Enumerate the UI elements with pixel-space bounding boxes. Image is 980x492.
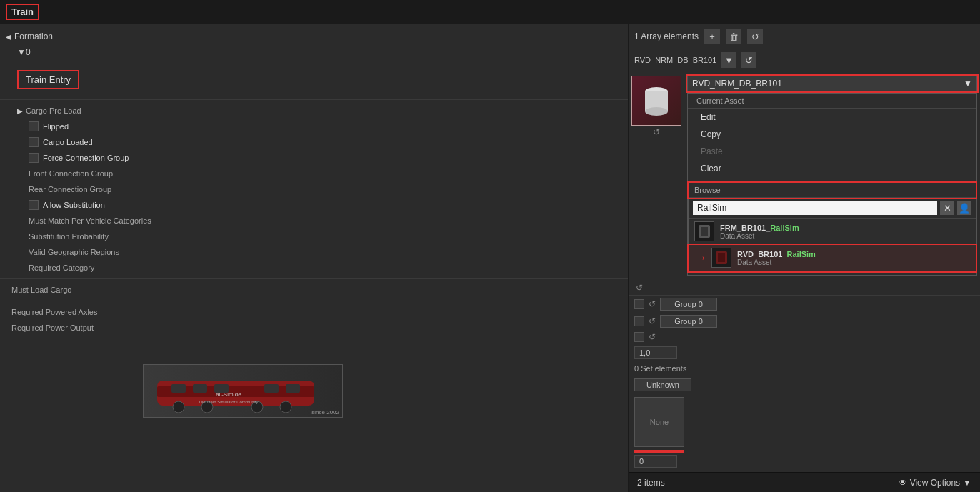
- rear-connection-label: Rear Connection Group: [29, 185, 616, 194]
- lower-props: ↺ ↺ Group 0 ↺ Group 0 ↺ 1,0: [629, 280, 980, 487]
- right-panel: 1 Array elements + 🗑 ↺ RVD_NRM_DB_BR101 …: [629, 24, 980, 492]
- asset-reset-btn[interactable]: ↺: [653, 127, 660, 137]
- none-row: None: [629, 397, 980, 453]
- reset-row: ↺: [629, 280, 980, 296]
- browse-item-frm-info: FRM_BR101_RailSim Data Asset: [720, 224, 799, 240]
- force-connection-row: Force Connection Group: [0, 150, 628, 166]
- group0-row2: ↺ Group 0: [629, 313, 980, 330]
- checkbox-reset-row: ↺: [629, 330, 980, 344]
- svg-rect-6: [286, 384, 300, 393]
- browse-item-frm-name: FRM_BR101_RailSim: [720, 224, 799, 232]
- value0-row: 0: [629, 453, 980, 470]
- index-arrow: ▼: [17, 47, 26, 57]
- browse-input[interactable]: [693, 201, 937, 215]
- none-label: None: [650, 418, 669, 426]
- group0-btn2[interactable]: Group 0: [660, 315, 717, 328]
- browse-item-frm-type: Data Asset: [720, 232, 799, 240]
- browse-item-rvd-icon: [711, 248, 731, 268]
- rvd-item-row: →: [694, 248, 731, 268]
- train-image-caption: since 2002: [311, 409, 339, 416]
- browse-item-rvd[interactable]: → RVD_BR101_RailSim Data: [689, 245, 976, 271]
- frm-highlight: RailSim: [770, 224, 799, 232]
- view-options-btn[interactable]: 👁 View Options ▼: [899, 478, 971, 488]
- delete-element-btn[interactable]: 🗑: [726, 29, 741, 44]
- context-menu: Current Asset Edit Copy Paste Clear Brow…: [687, 93, 977, 276]
- reset-element-btn[interactable]: ↺: [747, 29, 763, 44]
- group0-checkbox2[interactable]: [634, 316, 644, 326]
- browse-person-btn[interactable]: 👤: [957, 201, 971, 215]
- cylinder-icon: [642, 83, 671, 119]
- svg-point-7: [173, 401, 184, 413]
- train-svg: ail-Sim.de Die Train Simulator Community: [150, 366, 336, 416]
- value0-box[interactable]: 0: [634, 455, 677, 468]
- browse-input-row: ✕ 👤: [689, 198, 976, 219]
- value10-box[interactable]: 1,0: [634, 346, 677, 359]
- add-element-btn[interactable]: +: [704, 29, 720, 44]
- context-menu-divider: [688, 179, 976, 179]
- frm-icon-svg: [697, 224, 711, 239]
- force-connection-checkbox[interactable]: [29, 153, 39, 163]
- unknown-btn[interactable]: Unknown: [634, 378, 691, 391]
- cargo-preload-section[interactable]: ▶ Cargo Pre Load: [0, 103, 628, 119]
- rvd-reset-btn[interactable]: ↺: [741, 52, 756, 68]
- checkbox-reset[interactable]: [634, 332, 644, 342]
- unknown-row: Unknown: [629, 376, 980, 394]
- context-menu-clear[interactable]: Clear: [688, 160, 976, 177]
- set-elements-label: 0 Set elements: [634, 364, 686, 373]
- cargo-loaded-row: Cargo Loaded: [0, 134, 628, 150]
- group0-checkbox1[interactable]: [634, 299, 644, 309]
- asset-thumbnail: [631, 76, 681, 126]
- flipped-label: Flipped: [43, 122, 616, 131]
- view-options-chevron: ▼: [963, 478, 971, 488]
- browse-item-rvd-type: Data Asset: [737, 258, 816, 266]
- allow-substitution-row: Allow Substitution: [0, 197, 628, 213]
- dropdown-arrow-icon: ▼: [964, 79, 972, 89]
- group0-btn1[interactable]: Group 0: [660, 298, 717, 311]
- req-cat-label: Required Category: [29, 263, 616, 272]
- group0-reset1[interactable]: ↺: [649, 299, 656, 309]
- index-value: 0: [26, 47, 31, 57]
- formation-header[interactable]: ◀ Formation: [0, 29, 628, 44]
- asset-dropdown-label: RVD_NRM_DB_BR101: [692, 79, 782, 89]
- req-powered-row: Required Powered Axles: [0, 304, 628, 320]
- front-connection-label: Front Connection Group: [29, 169, 616, 178]
- must-match-row: Must Match Per Vehicle Categories: [0, 213, 628, 229]
- sub-prob-label: Substitution Probability: [29, 232, 616, 241]
- svg-text:Die Train Simulator Community: Die Train Simulator Community: [199, 400, 258, 404]
- app-title: Train: [6, 4, 39, 20]
- cargo-loaded-checkbox[interactable]: [29, 137, 39, 147]
- top-bar: Train: [0, 0, 980, 24]
- allow-sub-label: Allow Substitution: [43, 201, 616, 209]
- req-power-row: Required Power Output: [0, 320, 628, 336]
- browse-item-rvd-info: RVD_BR101_RailSim Data Asset: [737, 250, 816, 266]
- set-elements-row: 0 Set elements: [629, 361, 980, 376]
- asset-dropdown[interactable]: RVD_NRM_DB_BR101 ▼: [687, 76, 977, 91]
- items-count: 2 items: [637, 478, 893, 488]
- req-powered-label: Required Powered Axles: [11, 308, 616, 316]
- req-power-label: Required Power Output: [11, 323, 616, 332]
- must-load-row: Must Load Cargo: [0, 282, 628, 298]
- cargo-arrow: ▶: [17, 107, 23, 115]
- left-panel: ◀ Formation ▼ 0 Train Entry ▶ Cargo Pre …: [0, 24, 629, 492]
- view-options-label: View Options: [910, 478, 960, 488]
- thumbnail-col: ↺: [629, 71, 684, 280]
- group0-reset2[interactable]: ↺: [649, 316, 656, 326]
- context-menu-header: Current Asset: [688, 94, 976, 109]
- asset-controls: RVD_NRM_DB_BR101 ▼ Current Asset Edit Co…: [684, 71, 980, 280]
- svg-rect-5: [264, 384, 279, 393]
- allow-sub-checkbox[interactable]: [29, 200, 39, 210]
- rvd-dropdown-btn[interactable]: ▼: [721, 52, 736, 68]
- context-menu-edit[interactable]: Edit: [688, 109, 976, 126]
- main-layout: ◀ Formation ▼ 0 Train Entry ▶ Cargo Pre …: [0, 24, 980, 492]
- browse-item-frm[interactable]: FRM_BR101_RailSim Data Asset: [689, 219, 976, 245]
- lower-reset-btn[interactable]: ↺: [634, 283, 644, 293]
- flipped-checkbox[interactable]: [29, 121, 39, 131]
- train-entry-label: Train Entry: [17, 70, 79, 89]
- sub-prob-row: Substitution Probability: [0, 229, 628, 244]
- browse-clear-btn[interactable]: ✕: [940, 201, 954, 215]
- rvd-row: RVD_NRM_DB_BR101 ▼ ↺: [629, 49, 980, 71]
- cargo-loaded-label: Cargo Loaded: [43, 138, 616, 146]
- context-menu-copy[interactable]: Copy: [688, 126, 976, 143]
- value10-row: 1,0: [629, 344, 980, 361]
- reset-btn-mid[interactable]: ↺: [649, 332, 656, 342]
